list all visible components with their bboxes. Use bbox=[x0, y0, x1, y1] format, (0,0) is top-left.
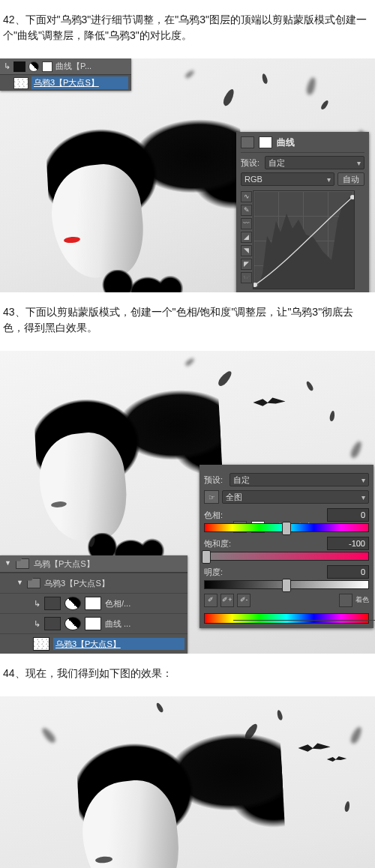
layer-crow3[interactable]: 乌鸦3【P大点S】 bbox=[0, 74, 131, 91]
curves-properties-panel: 曲线 预设: 自定▾ RGB▾ 自动 ∿ ✎ 〰 ◢ ◥ ◤ ☞ bbox=[236, 132, 369, 292]
mask-thumb-icon bbox=[42, 61, 52, 72]
step42-figure: ↳ 曲线【P... 乌鸦3【P大点S】 曲线 预设: 自定▾ RGB▾ bbox=[0, 58, 375, 292]
eyedropper-white-icon[interactable]: ◤ bbox=[241, 259, 252, 270]
step42-text: 42、下面对"乌鸦3"进行细节调整，在"乌鸦3"图层的顶端以剪贴蒙版模式创建一个… bbox=[0, 10, 375, 48]
sat-label: 饱和度: bbox=[204, 537, 231, 550]
light-slider[interactable] bbox=[204, 580, 369, 589]
eyedropper-black-icon[interactable]: ◢ bbox=[241, 232, 252, 243]
step43-text: 43、下面以剪贴蒙版模式，创建一个"色相/饱和度"调整层，让"乌鸦3"彻底去色，… bbox=[0, 303, 375, 340]
hand-target-icon[interactable]: ☞ bbox=[241, 272, 252, 283]
clip-arrow-icon: ↳ bbox=[33, 597, 40, 610]
layer-name-selected: 乌鸦3【P大点S】 bbox=[53, 638, 184, 651]
layers-mini-panel: ↳ 曲线【P... 乌鸦3【P大点S】 bbox=[0, 58, 131, 91]
feather bbox=[305, 76, 317, 96]
feather bbox=[276, 709, 283, 720]
feather bbox=[40, 726, 57, 745]
flying-bird bbox=[298, 742, 330, 754]
preset-label: 预设: bbox=[241, 157, 262, 169]
layer-name: 色相/... bbox=[105, 597, 184, 610]
slider-thumb[interactable] bbox=[202, 550, 211, 564]
adjustment-icon bbox=[64, 617, 81, 630]
portrait-artwork bbox=[34, 105, 184, 285]
feather bbox=[261, 73, 268, 84]
neck-feathers bbox=[95, 270, 185, 292]
step44-figure: UiBQ.CoM bbox=[0, 696, 375, 868]
slider-thumb[interactable] bbox=[282, 522, 291, 535]
chevron-down-icon: ▼ bbox=[4, 558, 11, 569]
chevron-down-icon: ▼ bbox=[16, 578, 23, 588]
group-name: 乌鸦3【P大点S】 bbox=[44, 577, 184, 590]
folder-icon bbox=[27, 578, 40, 588]
eyedropper-icon[interactable]: ✐ bbox=[204, 594, 218, 607]
layer-thumb-icon bbox=[33, 637, 50, 651]
light-label: 明度: bbox=[204, 566, 223, 579]
fx-swatch-icon bbox=[14, 61, 26, 72]
portrait-artwork bbox=[22, 376, 165, 547]
eyedropper-add-icon[interactable]: ✐+ bbox=[220, 594, 234, 607]
layer-name: 曲线【P... bbox=[56, 60, 128, 73]
sat-slider[interactable] bbox=[204, 552, 369, 561]
curve-point-tool-icon[interactable]: ∿ bbox=[241, 191, 252, 202]
clip-arrow-icon: ↳ bbox=[33, 618, 40, 630]
feather bbox=[305, 380, 314, 391]
slider-thumb[interactable] bbox=[282, 579, 291, 592]
group-name: 乌鸦【P大点S】 bbox=[34, 558, 183, 570]
curve-pencil-tool-icon[interactable]: ✎ bbox=[241, 205, 252, 216]
feather bbox=[216, 370, 233, 388]
feather bbox=[344, 801, 350, 813]
folder-icon bbox=[16, 558, 29, 569]
feather bbox=[184, 69, 196, 79]
curves-tool-column: ∿ ✎ 〰 ◢ ◥ ◤ ☞ bbox=[241, 191, 252, 283]
flying-bird bbox=[253, 397, 285, 409]
mask-icon bbox=[259, 136, 272, 148]
fx-swatch-icon bbox=[44, 597, 61, 610]
flying-bird bbox=[327, 756, 346, 763]
hsat-properties-panel: 色相/饱和度 预设: 自定▾ ☞ 全图▾ 色相: 0 饱和度: bbox=[200, 465, 374, 628]
hue-slider[interactable] bbox=[204, 523, 369, 532]
curve-smooth-tool-icon[interactable]: 〰 bbox=[241, 218, 252, 229]
layer-curves-adj-clipped[interactable]: ↳ 曲线【P... bbox=[0, 58, 131, 74]
chevron-down-icon: ▾ bbox=[357, 157, 361, 169]
adjustment-icon bbox=[64, 597, 81, 610]
panel-title: 曲线 bbox=[277, 136, 295, 149]
portrait-artwork bbox=[64, 718, 221, 868]
feather bbox=[349, 726, 363, 745]
layer-name: 曲线 ... bbox=[105, 618, 184, 630]
layer-curves-adj-clipped[interactable]: ↳ 曲线 ... bbox=[0, 613, 188, 633]
chevron-down-icon: ▾ bbox=[327, 174, 331, 185]
feather bbox=[221, 88, 236, 107]
hand-target-icon[interactable]: ☞ bbox=[204, 490, 219, 504]
auto-button[interactable]: 自动 bbox=[338, 172, 364, 186]
mask-thumb-icon bbox=[85, 597, 101, 610]
feather bbox=[155, 702, 164, 713]
curves-graph[interactable]: ∿ ✎ 〰 ◢ ◥ ◤ ☞ bbox=[253, 190, 355, 289]
layer-hsat-adj-clipped[interactable]: ↳ 色相/... bbox=[0, 593, 188, 613]
mask-thumb-icon bbox=[85, 617, 101, 630]
clip-arrow-icon: ↳ bbox=[3, 60, 10, 73]
feather bbox=[329, 411, 335, 422]
feather bbox=[320, 100, 330, 111]
step43-figure: ▼ 乌鸦【P大点S】 ▼ 乌鸦3【P大点S】 ↳ 色相/... ↳ 曲线 ...… bbox=[0, 351, 375, 654]
curve-line bbox=[254, 191, 354, 289]
layer-thumb-icon bbox=[14, 77, 28, 89]
layer-name-selected: 乌鸦3【P大点S】 bbox=[32, 76, 128, 89]
hue-label: 色相: bbox=[204, 509, 223, 522]
feather bbox=[184, 357, 196, 367]
channel-select[interactable]: RGB▾ bbox=[241, 172, 334, 186]
fx-swatch-icon bbox=[44, 617, 61, 630]
layer-crow3-base[interactable]: 乌鸦3【P大点S】 bbox=[0, 633, 188, 654]
adjustment-icon bbox=[241, 136, 254, 148]
layer-group-crow[interactable]: ▼ 乌鸦【P大点S】 bbox=[0, 555, 188, 573]
layers-panel: ▼ 乌鸦【P大点S】 ▼ 乌鸦3【P大点S】 ↳ 色相/... ↳ 曲线 ...… bbox=[0, 555, 188, 654]
eyedropper-gray-icon[interactable]: ◥ bbox=[241, 245, 252, 256]
preset-label: 预设: bbox=[204, 474, 226, 486]
preset-select[interactable]: 自定▾ bbox=[265, 156, 364, 169]
layer-group-crow3[interactable]: ▼ 乌鸦3【P大点S】 bbox=[0, 573, 188, 593]
adjustment-icon bbox=[28, 61, 39, 72]
step44-text: 44、现在，我们得到如下图的效果： bbox=[0, 664, 375, 686]
